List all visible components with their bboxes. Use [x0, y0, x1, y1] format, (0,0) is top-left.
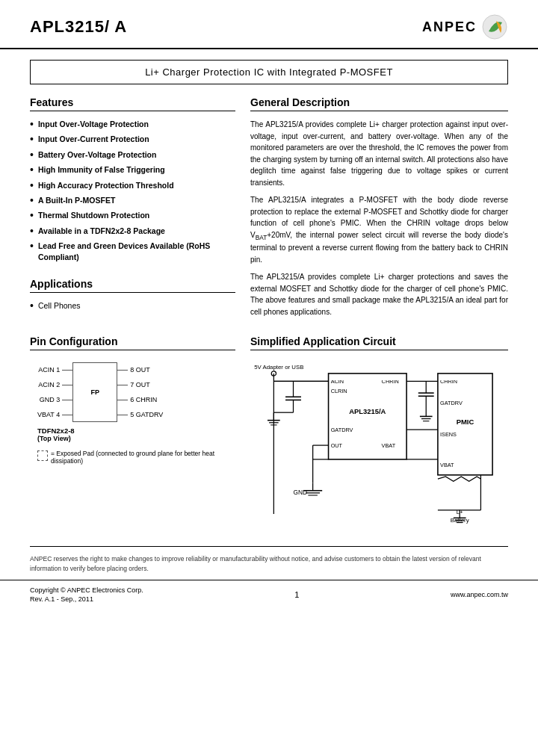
- pin-line: [117, 385, 128, 386]
- disclaimer-text: ANPEC reserves the right to make changes…: [30, 555, 481, 572]
- bullet-icon: •: [30, 300, 34, 312]
- pin-row: ACIN 1: [38, 366, 72, 374]
- pin-row: 5 GATDRV: [117, 411, 163, 418]
- exposed-pad-note: = Exposed Pad (connected to ground plane…: [37, 450, 235, 465]
- pin-label: 5 GATDRV: [130, 411, 163, 418]
- pin-row: 8 OUT: [117, 366, 150, 374]
- features-list: •Input Over-Voltage Protection •Input Ov…: [30, 119, 235, 263]
- bottom-content: Pin Configuration ACIN 1 ACIN 2: [0, 335, 538, 531]
- simplified-circuit-title: Simplified Application Circuit: [250, 335, 508, 350]
- applications-section: Applications •Cell Phones: [30, 278, 235, 312]
- acin-label-chip: ACIN: [331, 379, 344, 385]
- fp-label: FP: [90, 388, 99, 396]
- product-title: Li+ Charger Protection IC with Integrate…: [145, 66, 393, 78]
- pin-label: 8 OUT: [130, 366, 150, 374]
- feature-text: Thermal Shutdown Protection: [38, 210, 149, 221]
- model-title: APL3215/ A: [30, 17, 127, 37]
- circuit-diagram: 5V Adapter or USB: [250, 358, 508, 531]
- list-item: •Lead Free and Green Devices Available (…: [30, 241, 235, 262]
- package-name: TDFN2x2-8: [37, 427, 75, 435]
- pin-row: 6 CHRIN: [117, 396, 157, 403]
- applications-list: •Cell Phones: [30, 300, 235, 312]
- logo-text: ANPEC: [422, 19, 477, 35]
- right-column: General Description The APL3215/A provid…: [250, 96, 508, 323]
- features-title: Features: [30, 96, 235, 111]
- list-item: •A Built-In P-MOSFET: [30, 195, 235, 206]
- page: APL3215/ A ANPEC Li+ Charger Protection …: [0, 0, 538, 756]
- footer-bar: Copyright © ANPEC Electronics Corp. Rev.…: [0, 580, 538, 607]
- gatdrv-pmic-label: GATDRV: [440, 400, 463, 406]
- bullet-icon: •: [30, 241, 34, 252]
- list-item: •High Immunity of False Triggering: [30, 164, 235, 176]
- list-item: •Battery Over-Voltage Protection: [30, 149, 235, 161]
- vbat-left-label-chip: VBAT: [382, 443, 396, 450]
- main-content: Features •Input Over-Voltage Protection …: [0, 96, 538, 323]
- feature-text: Battery Over-Voltage Protection: [38, 149, 157, 161]
- application-text: Cell Phones: [38, 300, 81, 312]
- pin-line: [117, 400, 128, 401]
- list-item: •Available in a TDFN2x2-8 Package: [30, 226, 235, 237]
- revision-text: Rev. A.1 - Sep., 2011: [30, 595, 143, 603]
- feature-text: High Accuracy Protection Threshold: [38, 180, 174, 191]
- general-desc-title: General Description: [250, 96, 508, 111]
- bullet-icon: •: [30, 226, 34, 237]
- vbat-pmic-label: VBAT: [440, 462, 454, 469]
- applications-title: Applications: [30, 278, 235, 293]
- pin-config-title: Pin Configuration: [30, 335, 235, 350]
- pin-line: [62, 415, 72, 416]
- copyright-text: Copyright © ANPEC Electronics Corp.: [30, 586, 143, 594]
- feature-text: Available in a TDFN2x2-8 Package: [38, 226, 165, 237]
- pin-row: GND 3: [40, 396, 73, 403]
- feature-text: Input Over-Current Protection: [38, 134, 149, 145]
- list-item: •Thermal Shutdown Protection: [30, 210, 235, 221]
- list-item: •High Accuracy Protection Threshold: [30, 180, 235, 191]
- left-column: Features •Input Over-Voltage Protection …: [30, 96, 250, 323]
- chip-label: APL3215/A: [349, 408, 386, 416]
- pin-row: ACIN 2: [38, 381, 72, 388]
- pin-line: [62, 385, 72, 386]
- ic-package-box: FP: [72, 362, 117, 422]
- chrin-label-chip: CHRIN: [382, 379, 399, 385]
- pin-label: ACIN 2: [38, 381, 60, 388]
- resistor-symbol: [438, 477, 481, 481]
- pin-box-container: ACIN 1 ACIN 2 GND 3 VBAT 4: [37, 362, 163, 422]
- general-desc-content: The APL3215/A provides complete Li+ char…: [250, 119, 508, 317]
- page-number: 1: [294, 590, 299, 599]
- pad-box-icon: [37, 450, 48, 461]
- isens-pmic-label: ISENS: [440, 431, 457, 438]
- bullet-icon: •: [30, 164, 34, 176]
- pin-config-section: Pin Configuration ACIN 1 ACIN 2: [30, 335, 250, 531]
- gatdrv-left-label-chip: GATDRV: [331, 427, 353, 434]
- circuit-svg: 5V Adapter or USB: [250, 358, 508, 530]
- header: APL3215/ A ANPEC: [0, 0, 538, 49]
- footer-left: Copyright © ANPEC Electronics Corp. Rev.…: [30, 586, 143, 603]
- pin-label: 6 CHRIN: [130, 396, 157, 403]
- list-item: •Input Over-Voltage Protection: [30, 119, 235, 130]
- product-title-bar: Li+ Charger Protection IC with Integrate…: [30, 60, 508, 84]
- pin-line: [117, 415, 128, 416]
- bullet-icon: •: [30, 180, 34, 191]
- desc-paragraph-1: The APL3215/A provides complete Li+ char…: [250, 119, 508, 188]
- bullet-icon: •: [30, 210, 34, 221]
- package-view: (Top View): [37, 435, 71, 442]
- pin-line: [62, 400, 72, 401]
- pin-row: 7 OUT: [117, 381, 150, 388]
- list-item: •Input Over-Current Protection: [30, 134, 235, 145]
- out-label-chip: OUT: [331, 443, 343, 450]
- pin-diagram: ACIN 1 ACIN 2 GND 3 VBAT 4: [30, 358, 235, 465]
- feature-text: Lead Free and Green Devices Available (R…: [38, 241, 235, 262]
- website-text: www.anpec.com.tw: [451, 591, 508, 598]
- logo-area: ANPEC: [422, 13, 508, 40]
- pin-label: VBAT 4: [37, 411, 60, 418]
- pin-label: 7 OUT: [130, 381, 150, 388]
- supply-label: 5V Adapter or USB: [254, 364, 303, 371]
- pin-row: VBAT 4: [37, 411, 72, 418]
- pin-line: [117, 370, 128, 371]
- bullet-icon: •: [30, 119, 34, 130]
- pin-line: [62, 370, 72, 371]
- desc-paragraph-3: The APL3215/A provides complete Li+ char…: [250, 271, 508, 317]
- bullet-icon: •: [30, 134, 34, 145]
- feature-text: A Built-In P-MOSFET: [38, 195, 115, 206]
- left-pins: ACIN 1 ACIN 2 GND 3 VBAT 4: [37, 366, 72, 418]
- simplified-circuit-section: Simplified Application Circuit 5V Adapte…: [250, 335, 508, 531]
